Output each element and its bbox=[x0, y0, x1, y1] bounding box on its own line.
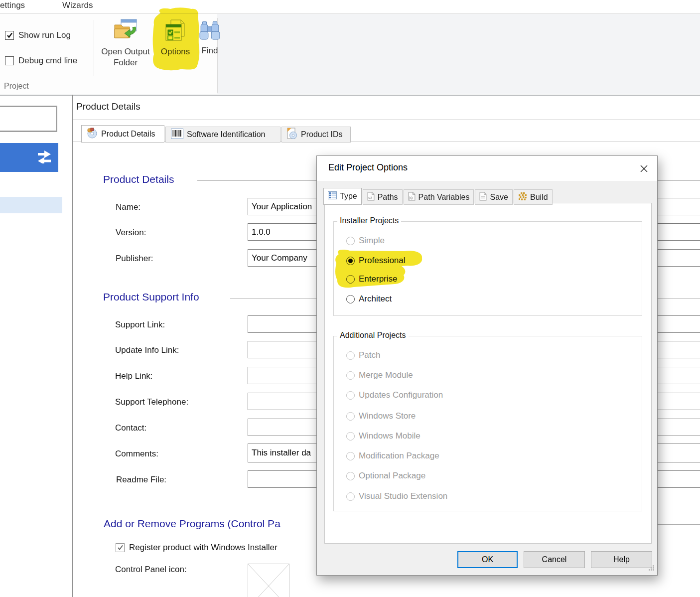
ribbon-separator bbox=[94, 20, 94, 76]
radio-icon bbox=[346, 275, 355, 284]
radio-icon bbox=[346, 412, 355, 421]
show-run-log-checkbox[interactable]: Show run Log bbox=[5, 30, 71, 40]
name-label: Name: bbox=[116, 202, 140, 212]
sidebar-thumbnail[interactable] bbox=[0, 106, 57, 132]
radio-modification-package[interactable]: Modification Package bbox=[346, 450, 439, 462]
options-button[interactable]: Options bbox=[156, 19, 194, 57]
radio-icon bbox=[346, 472, 355, 480]
divider bbox=[73, 120, 700, 120]
menu-item-settings[interactable]: ettings bbox=[0, 0, 25, 10]
radio-selected-icon bbox=[346, 257, 355, 265]
close-icon[interactable] bbox=[637, 162, 650, 175]
support-link-label: Support Link: bbox=[115, 320, 165, 330]
dialog-title: Edit Project Options bbox=[328, 162, 408, 173]
open-output-folder-button[interactable]: Open Output Folder bbox=[96, 19, 155, 68]
radio-icon bbox=[346, 237, 355, 245]
transfer-arrows-icon bbox=[36, 149, 52, 165]
radio-icon bbox=[346, 391, 355, 400]
svg-text:c:\: c:\ bbox=[368, 195, 372, 199]
menu-item-wizards[interactable]: Wizards bbox=[62, 0, 93, 10]
radio-windows-mobile[interactable]: Windows Mobile bbox=[346, 430, 420, 442]
ribbon: Show run Log Debug cmd line Open Output … bbox=[0, 14, 700, 96]
page-title: Product Details bbox=[76, 101, 140, 112]
contact-label: Contact: bbox=[115, 423, 146, 433]
cancel-button[interactable]: Cancel bbox=[524, 551, 585, 568]
tab-software-identification[interactable]: Software Identification bbox=[165, 127, 280, 143]
disc-hand-icon bbox=[87, 128, 98, 141]
tab-label: Path Variables bbox=[419, 193, 470, 202]
open-output-folder-label: Open Output Folder bbox=[96, 46, 155, 68]
publisher-label: Publisher: bbox=[116, 254, 153, 264]
radio-architect[interactable]: Architect bbox=[346, 293, 392, 305]
radio-icon bbox=[346, 351, 355, 360]
section-heading-product-details: Product Details bbox=[103, 173, 174, 185]
ribbon-empty-area bbox=[217, 14, 700, 94]
radio-windows-store[interactable]: Windows Store bbox=[346, 410, 416, 422]
dialog-tab-strip: Type c:\ Paths (x) Path Va bbox=[323, 188, 553, 205]
radio-label: Simple bbox=[359, 236, 385, 246]
help-button[interactable]: Help bbox=[591, 551, 652, 568]
radio-visual-studio-extension[interactable]: Visual Studio Extension bbox=[346, 490, 447, 502]
sidebar-item-selected[interactable] bbox=[0, 143, 58, 172]
tab-build[interactable]: Build bbox=[514, 189, 553, 205]
radio-label: Architect bbox=[359, 294, 392, 304]
tab-label: Paths bbox=[378, 193, 398, 202]
tab-save[interactable]: Save bbox=[475, 189, 512, 205]
control-panel-icon-placeholder[interactable] bbox=[248, 564, 289, 597]
barcode-icon bbox=[171, 129, 183, 141]
section-heading-product-support-info: Product Support Info bbox=[103, 291, 199, 303]
radio-label: Windows Mobile bbox=[359, 431, 420, 441]
edit-project-options-dialog: Edit Project Options Type bbox=[316, 155, 658, 576]
tab-paths[interactable]: c:\ Paths bbox=[363, 189, 403, 205]
options-icon bbox=[164, 34, 186, 44]
tab-label: Type bbox=[340, 192, 357, 201]
section-heading-arp: Add or Remove Programs (Control Pa bbox=[104, 518, 280, 530]
checkbox-unchecked-icon bbox=[5, 56, 14, 65]
find-button[interactable]: Find bbox=[196, 20, 223, 56]
type-icon bbox=[328, 191, 337, 201]
radio-label: Windows Store bbox=[359, 411, 416, 421]
tab-product-details[interactable]: Product Details bbox=[81, 125, 164, 143]
show-run-log-label: Show run Log bbox=[18, 30, 71, 40]
readme-file-label: Readme File: bbox=[116, 475, 166, 485]
debug-cmd-line-checkbox[interactable]: Debug cmd line bbox=[5, 56, 77, 66]
register-product-checkbox[interactable]: Register product with Windows Installer bbox=[116, 543, 278, 553]
radio-label: Updates Configuration bbox=[359, 390, 443, 400]
radio-label: Professional bbox=[359, 256, 406, 266]
radio-optional-package[interactable]: Optional Package bbox=[346, 470, 425, 482]
find-icon bbox=[199, 33, 220, 43]
ok-button[interactable]: OK bbox=[457, 551, 518, 568]
radio-icon bbox=[346, 492, 355, 501]
paths-icon: c:\ bbox=[367, 192, 375, 203]
radio-label: Visual Studio Extension bbox=[359, 491, 447, 501]
radio-patch[interactable]: Patch bbox=[346, 349, 380, 361]
radio-label: Enterprise bbox=[359, 274, 397, 284]
additional-projects-groupbox: Additional Projects bbox=[333, 336, 642, 511]
tab-product-ids[interactable]: Product IDs bbox=[281, 127, 351, 143]
sidebar-item-row[interactable] bbox=[0, 197, 62, 213]
radio-merge-module[interactable]: Merge Module bbox=[346, 369, 413, 381]
options-label: Options bbox=[156, 46, 194, 57]
radio-updates-configuration[interactable]: Updates Configuration bbox=[346, 389, 443, 401]
tab-label: Software Identification bbox=[187, 130, 265, 139]
dialog-titlebar[interactable]: Edit Project Options bbox=[317, 156, 657, 181]
checkbox-checked-icon bbox=[116, 543, 125, 552]
radio-label: Patch bbox=[359, 350, 380, 360]
open-output-folder-icon bbox=[114, 34, 138, 44]
radio-enterprise[interactable]: Enterprise bbox=[346, 273, 397, 285]
tab-type[interactable]: Type bbox=[323, 188, 362, 205]
radio-icon bbox=[346, 295, 355, 303]
radio-label: Merge Module bbox=[359, 370, 413, 380]
resize-grip[interactable] bbox=[648, 564, 655, 573]
build-icon bbox=[518, 192, 527, 203]
version-label: Version: bbox=[116, 228, 146, 238]
radio-professional[interactable]: Professional bbox=[346, 255, 406, 267]
radio-label: Modification Package bbox=[359, 451, 439, 461]
menu-bar: ettings Wizards bbox=[0, 0, 700, 14]
tab-path-variables[interactable]: (x) Path Variables bbox=[404, 189, 474, 205]
radio-icon bbox=[346, 371, 355, 380]
installer-projects-label: Installer Projects bbox=[337, 216, 401, 225]
radio-simple[interactable]: Simple bbox=[346, 235, 385, 247]
help-link-label: Help Link: bbox=[115, 371, 153, 381]
panel-divider bbox=[72, 95, 73, 597]
